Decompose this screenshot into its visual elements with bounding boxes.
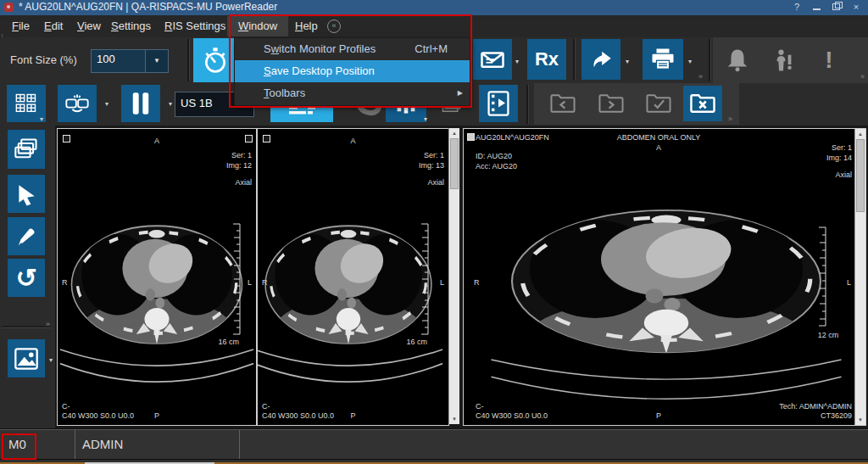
forward-dropdown-caret[interactable]: ▾	[626, 58, 629, 66]
menu-ris-settings[interactable]: RIS Settings	[164, 18, 225, 35]
scrollbar-thumb[interactable]	[450, 138, 459, 189]
reset-rotate-button[interactable]: ↺	[8, 259, 45, 297]
scroll-up-arrow[interactable]: ▲	[449, 129, 459, 137]
viewport-1[interactable]: A Ser: 1 Img: 12 Axial R L 16 cm C- C40 …	[57, 128, 257, 426]
contrast-label: C-	[62, 402, 70, 411]
ruler	[815, 226, 828, 329]
export-image-button[interactable]	[8, 339, 45, 377]
menu-item-toolbars[interactable]: Toolbars ▶	[235, 82, 470, 104]
folder-previous-button[interactable]	[544, 86, 581, 121]
pointer-button[interactable]	[8, 175, 45, 213]
menu-help[interactable]: Help	[295, 18, 318, 35]
stopwatch-button[interactable]	[193, 38, 237, 82]
patient-alert-icon	[771, 48, 796, 73]
viewport-3-scrollbar[interactable]: ▲ ▼	[854, 129, 865, 425]
plane-label: Axial	[835, 171, 852, 180]
overflow-chevron[interactable]: »	[698, 73, 703, 81]
compare-monitors-icon	[64, 92, 90, 115]
compare-monitors-button[interactable]	[58, 85, 97, 122]
font-size-combobox[interactable]: 100 ▾	[91, 49, 169, 73]
print-button[interactable]	[643, 39, 683, 80]
folder-next-button[interactable]	[593, 86, 630, 121]
viewer-area: A Ser: 1 Img: 12 Axial R L 16 cm C- C40 …	[55, 126, 868, 428]
rx-button[interactable]: Rx	[527, 39, 566, 80]
status-bar: M0 ADMIN	[0, 428, 868, 460]
contrast-label: C-	[262, 402, 270, 411]
folder-complete-button[interactable]	[641, 86, 676, 121]
scroll-up-arrow[interactable]: ▲	[855, 130, 865, 138]
restore-button[interactable]	[828, 0, 845, 14]
orient-left: R	[474, 278, 480, 288]
orient-bottom: P	[58, 411, 256, 421]
scroll-down-arrow[interactable]: ▼	[855, 416, 865, 424]
help-title-button[interactable]: ?	[788, 0, 805, 14]
email-icon	[480, 48, 505, 70]
menu-view[interactable]: View	[77, 18, 101, 35]
menu-window[interactable]: Window	[227, 16, 288, 36]
powerreader-window: * AUG20LN^AUG20FN | QA-RISPACS-MU PowerR…	[0, 0, 868, 464]
image-label: Img: 14	[826, 154, 852, 163]
overflow-chevron[interactable]: »	[728, 115, 732, 123]
minimize-button[interactable]	[809, 0, 826, 14]
scrollbar-thumb[interactable]	[856, 139, 865, 212]
menu-item-save-desktop-position[interactable]: Save Desktop Position	[235, 60, 470, 82]
font-size-value: 100	[97, 53, 115, 65]
dual-series-dropdown-caret[interactable]: ▾	[169, 100, 172, 109]
ct-image[interactable]	[58, 204, 255, 386]
compare-dropdown-caret[interactable]: ▾	[105, 100, 108, 109]
window-level-dropdown-caret[interactable]: ▾	[424, 115, 427, 124]
picker-pen-icon	[14, 225, 38, 249]
orient-bottom: P	[464, 411, 854, 421]
email-dropdown-caret[interactable]: ▾	[515, 58, 519, 66]
menu-file[interactable]: File	[12, 18, 30, 35]
submenu-arrow-icon: ▶	[458, 82, 463, 104]
print-dropdown-caret[interactable]: ▾	[688, 58, 692, 66]
viewport-2-scrollbar[interactable]: ▲ ▼	[448, 128, 459, 424]
overflow-chevron[interactable]: »	[860, 73, 865, 81]
close-button[interactable]: ×	[848, 0, 865, 14]
status-separator	[239, 430, 240, 460]
ct-image[interactable]	[488, 183, 844, 404]
bell-button[interactable]	[718, 41, 757, 80]
folder-close-button[interactable]	[683, 86, 722, 121]
title-bar: * AUG20LN^AUG20FN | QA-RISPACS-MU PowerR…	[0, 0, 868, 15]
font-size-dropdown-button[interactable]: ▾	[145, 50, 168, 72]
ct-image[interactable]	[257, 204, 444, 386]
bell-icon	[725, 48, 750, 73]
orient-top: A	[258, 137, 448, 146]
picker-button[interactable]	[8, 217, 45, 255]
toolbar-separator	[187, 39, 190, 81]
menu-pin-icon[interactable]: «	[327, 20, 341, 33]
export-dropdown-caret[interactable]: ▾	[49, 356, 53, 365]
folder-toolbar: »	[534, 83, 739, 125]
taskbar-edge	[0, 459, 868, 464]
image-label: Img: 12	[226, 161, 252, 171]
email-button[interactable]	[473, 39, 512, 80]
dual-series-button[interactable]	[121, 85, 160, 122]
viewport-3[interactable]: AUG20LN^AUG20FN ABDOMEN ORAL ONLY A Ser:…	[463, 128, 866, 426]
monitor-label: M0	[8, 437, 26, 451]
forward-button[interactable]	[581, 39, 620, 80]
plane-label: Axial	[235, 178, 252, 187]
menu-settings[interactable]: Settings	[111, 18, 151, 35]
cine-film-icon	[486, 90, 511, 117]
forward-arrow-icon	[589, 48, 613, 70]
image-stack-button[interactable]	[8, 130, 45, 169]
study-description: ABDOMEN ORAL ONLY	[464, 133, 854, 143]
menu-shortcut: Ctrl+M	[415, 38, 448, 60]
ruler-label: 16 cm	[373, 338, 427, 347]
scroll-down-arrow[interactable]: ▼	[449, 415, 459, 423]
rx-icon: Rx	[535, 50, 559, 69]
window-title: * AUG20LN^AUG20FN | QA-RISPACS-MU PowerR…	[19, 1, 277, 13]
tool-sidebar: ↺ » ▾	[0, 126, 56, 428]
cine-button[interactable]	[479, 85, 518, 122]
print-icon	[650, 48, 676, 71]
alert-button[interactable]: !	[810, 41, 849, 80]
menu-edit[interactable]: Edit	[44, 18, 63, 35]
menu-item-switch-monitor-profiles[interactable]: Switch Monitor Profiles Ctrl+M	[235, 38, 470, 60]
layout-dropdown-caret[interactable]: ▾	[40, 115, 43, 124]
patient-alert-button[interactable]	[764, 41, 803, 80]
exclamation-icon: !	[825, 48, 832, 72]
ruler	[417, 222, 431, 338]
viewport-2[interactable]: A Ser: 1 Img: 13 Axial R L 16 cm C- C40 …	[257, 128, 449, 426]
